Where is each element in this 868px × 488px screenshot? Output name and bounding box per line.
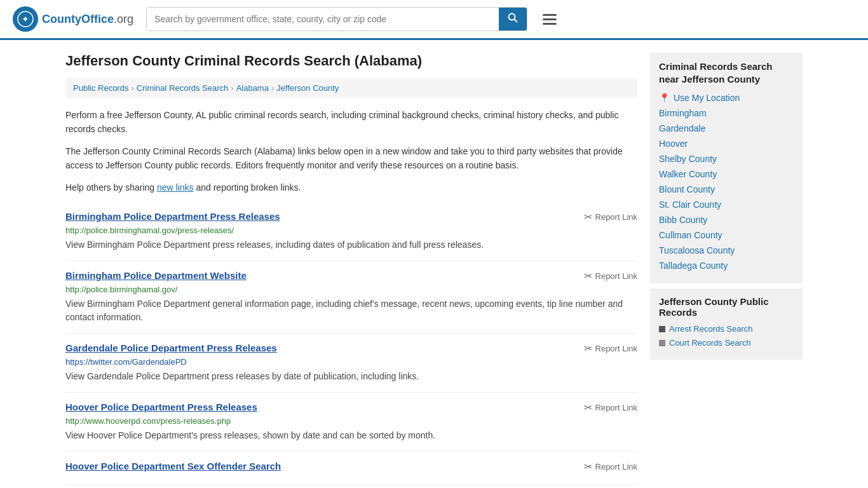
results-list: Birmingham Police Department Press Relea… xyxy=(65,202,637,485)
result-title[interactable]: Birmingham Police Department Website xyxy=(65,270,247,281)
location-icon: 📍 xyxy=(659,93,670,103)
result-desc: View Birmingham Police Department genera… xyxy=(65,297,637,324)
breadcrumb-jefferson-county[interactable]: Jefferson County xyxy=(276,83,339,93)
result-item: Hoover Police Department Sex Offender Se… xyxy=(65,452,637,485)
menu-bar-2 xyxy=(543,18,557,20)
sidebar-item-cullman-county[interactable]: Cullman County xyxy=(659,230,794,240)
sidebar-court-records[interactable]: Court Records Search xyxy=(659,338,794,348)
logo-text: CountyOffice.org xyxy=(42,13,133,26)
sidebar-criminal-section: Criminal Records Search near Jefferson C… xyxy=(650,53,803,283)
sidebar-arrest-records[interactable]: Arrest Records Search xyxy=(659,324,794,334)
content-wrapper: Jefferson County Criminal Records Search… xyxy=(53,40,815,488)
bullet-icon-arrest xyxy=(659,326,665,332)
breadcrumb-sep-3: › xyxy=(271,83,274,93)
breadcrumb-criminal-records[interactable]: Criminal Records Search xyxy=(137,83,229,93)
result-desc: View Hoover Police Department's press re… xyxy=(65,429,637,442)
breadcrumb-alabama[interactable]: Alabama xyxy=(236,83,269,93)
result-header: Birmingham Police Department Press Relea… xyxy=(65,211,637,223)
description-para1: Perform a free Jefferson County, AL publ… xyxy=(65,108,637,137)
breadcrumb-public-records[interactable]: Public Records xyxy=(73,83,128,93)
search-input[interactable] xyxy=(147,8,499,30)
result-header: Hoover Police Department Sex Offender Se… xyxy=(65,461,637,473)
svg-point-2 xyxy=(509,14,515,20)
header: ✦ CountyOffice.org xyxy=(0,0,868,40)
result-desc: View Gardendale Police Department press … xyxy=(65,370,637,383)
menu-button[interactable] xyxy=(540,11,559,27)
sidebar: Criminal Records Search near Jefferson C… xyxy=(650,53,803,485)
result-item: Hoover Police Department Press Releases … xyxy=(65,393,637,452)
sidebar-item-walker-county[interactable]: Walker County xyxy=(659,169,794,179)
sidebar-use-my-location[interactable]: 📍 Use My Location xyxy=(659,93,794,103)
page-title: Jefferson County Criminal Records Search… xyxy=(65,53,637,69)
sidebar-item-gardendale[interactable]: Gardendale xyxy=(659,123,794,133)
sidebar-item-tuscaloosa-county[interactable]: Tuscaloosa County xyxy=(659,245,794,255)
search-button[interactable] xyxy=(499,8,527,30)
result-header: Birmingham Police Department Website ✂ R… xyxy=(65,270,637,282)
bullet-icon-court xyxy=(659,340,665,346)
report-link-0[interactable]: ✂ Report Link xyxy=(584,211,637,223)
description-para2: The Jefferson County Criminal Records Se… xyxy=(65,144,637,173)
report-icon: ✂ xyxy=(584,270,592,282)
result-url[interactable]: http://police.birminghamal.gov/press-rel… xyxy=(65,226,637,235)
report-link-2[interactable]: ✂ Report Link xyxy=(584,342,637,355)
report-icon: ✂ xyxy=(584,211,592,223)
logo[interactable]: ✦ CountyOffice.org xyxy=(13,6,133,32)
result-item: Birmingham Police Department Website ✂ R… xyxy=(65,261,637,334)
sidebar-item-shelby-county[interactable]: Shelby County xyxy=(659,154,794,164)
report-link-4[interactable]: ✂ Report Link xyxy=(584,461,637,473)
sidebar-item-hoover[interactable]: Hoover xyxy=(659,139,794,149)
result-header: Hoover Police Department Press Releases … xyxy=(65,402,637,414)
sidebar-public-records-section: Jefferson County Public Records Arrest R… xyxy=(650,288,803,360)
svg-line-3 xyxy=(515,20,518,23)
sidebar-criminal-title: Criminal Records Search near Jefferson C… xyxy=(659,60,794,85)
breadcrumb-sep-2: › xyxy=(231,83,233,93)
menu-bar-3 xyxy=(543,23,557,25)
report-icon: ✂ xyxy=(584,402,592,414)
result-header: Gardendale Police Department Press Relea… xyxy=(65,342,637,355)
result-title[interactable]: Birmingham Police Department Press Relea… xyxy=(65,211,280,222)
logo-icon: ✦ xyxy=(13,6,38,32)
svg-text:✦: ✦ xyxy=(22,14,29,24)
search-icon xyxy=(508,13,518,23)
description-para3: Help others by sharing new links and rep… xyxy=(65,180,637,194)
result-url[interactable]: http://police.birminghamal.gov/ xyxy=(65,285,637,294)
report-link-3[interactable]: ✂ Report Link xyxy=(584,402,637,414)
new-links-link[interactable]: new links xyxy=(157,182,194,193)
use-my-location-link[interactable]: Use My Location xyxy=(674,93,740,103)
report-link-1[interactable]: ✂ Report Link xyxy=(584,270,637,282)
sidebar-item-blount-county[interactable]: Blount County xyxy=(659,184,794,194)
result-title[interactable]: Hoover Police Department Press Releases xyxy=(65,402,257,412)
search-bar xyxy=(146,7,527,31)
breadcrumb-sep-1: › xyxy=(131,83,133,93)
result-url[interactable]: https://twitter.com/GardendalePD xyxy=(65,357,637,367)
sidebar-item-bibb-county[interactable]: Bibb County xyxy=(659,215,794,225)
report-icon: ✂ xyxy=(584,461,592,473)
menu-bar-1 xyxy=(543,14,557,16)
sidebar-item-birmingham[interactable]: Birmingham xyxy=(659,108,794,118)
main-content: Jefferson County Criminal Records Search… xyxy=(65,53,637,485)
breadcrumb: Public Records › Criminal Records Search… xyxy=(65,78,637,98)
result-item: Gardendale Police Department Press Relea… xyxy=(65,334,637,393)
sidebar-item-talladega-county[interactable]: Talladega County xyxy=(659,261,794,271)
report-icon: ✂ xyxy=(584,342,592,355)
result-url[interactable]: http://www.hooverpd.com/press-releases.p… xyxy=(65,416,637,426)
result-desc: View Birmingham Police Department press … xyxy=(65,238,637,252)
sidebar-item-st-clair-county[interactable]: St. Clair County xyxy=(659,200,794,210)
result-title[interactable]: Hoover Police Department Sex Offender Se… xyxy=(65,461,281,471)
result-item: Birmingham Police Department Press Relea… xyxy=(65,202,637,261)
sidebar-public-records-title: Jefferson County Public Records xyxy=(659,296,794,318)
result-title[interactable]: Gardendale Police Department Press Relea… xyxy=(65,342,277,353)
